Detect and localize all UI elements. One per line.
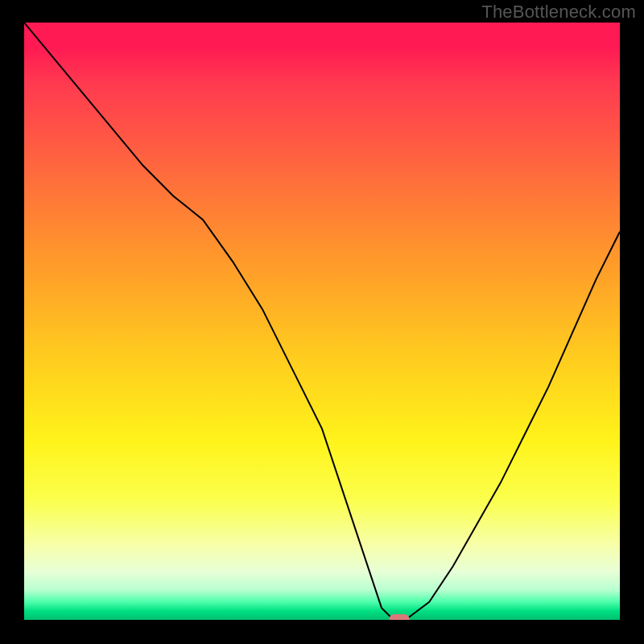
plot-area bbox=[24, 23, 620, 620]
chart-frame: TheBottleneck.com bbox=[0, 0, 644, 644]
bottleneck-curve bbox=[24, 23, 620, 620]
optimal-marker bbox=[389, 614, 410, 620]
watermark-text: TheBottleneck.com bbox=[481, 2, 636, 23]
curve-path bbox=[24, 23, 620, 620]
